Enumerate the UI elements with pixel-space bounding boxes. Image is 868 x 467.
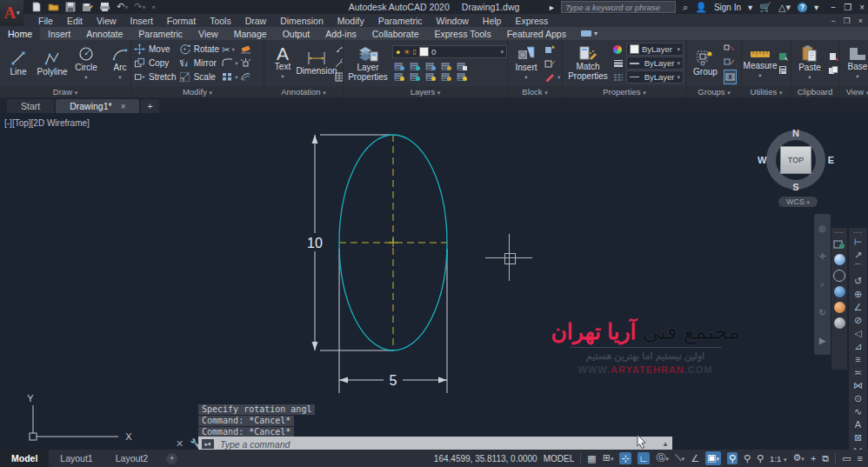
move-button[interactable]: Move (134, 43, 177, 56)
showmotion-icon[interactable]: ▶ (819, 336, 826, 345)
continue-icon[interactable]: ≍ (854, 367, 862, 378)
globe-icon[interactable] (834, 317, 845, 329)
menu-tools[interactable]: Tools (203, 16, 238, 26)
drawing-canvas[interactable]: [-][Top][2D Wireframe] 10 5 (0, 113, 868, 450)
offset-button[interactable] (240, 70, 251, 83)
table-button[interactable] (335, 70, 343, 83)
pan-icon[interactable]: ✛ (818, 251, 825, 261)
sphere-blue-icon[interactable] (834, 286, 845, 297)
arc-length-icon[interactable]: ⌒ (853, 263, 863, 274)
command-menu-icon[interactable]: ▸▾ (202, 439, 214, 449)
osnap-tracking-icon[interactable]: ∠ (691, 452, 699, 464)
search-icon[interactable]: ⌕ (683, 2, 688, 12)
ribbon-tab-insert[interactable]: Insert (40, 27, 78, 40)
snap-toggle-icon[interactable]: ⊞▾ (603, 451, 614, 465)
ortho-toggle-icon[interactable]: ∟ (638, 452, 651, 464)
line-button[interactable]: Line (3, 49, 34, 77)
match-properties-button[interactable]: Match Properties (565, 45, 611, 82)
stretch-button[interactable]: Stretch (134, 70, 177, 83)
dim-space-icon[interactable]: ⋈ (853, 380, 863, 391)
base-button[interactable]: Base ▾ (842, 45, 868, 82)
annotation-visibility-icon[interactable]: ⚲ (727, 452, 738, 464)
object-snap-icon[interactable]: ▣▾ (705, 451, 721, 465)
aligned-dim-icon[interactable]: ↗ (854, 250, 862, 261)
center-lines[interactable] (339, 135, 447, 350)
group-edit-button[interactable] (724, 56, 737, 69)
create-block-button[interactable] (544, 43, 560, 56)
shaded-view-icon[interactable] (834, 254, 845, 265)
sign-in-dropdown-icon[interactable]: ▾ (748, 2, 752, 12)
new-drawing-tab-button[interactable]: + (141, 99, 158, 113)
file-tab-drawing1[interactable]: Drawing1* × (56, 99, 139, 113)
menu-window[interactable]: Window (429, 16, 475, 26)
workspace-gear-icon[interactable]: ⚙▾ (792, 451, 804, 465)
restore-button[interactable]: ❐ (844, 3, 851, 12)
doc-restore-button[interactable]: ❐ (844, 17, 851, 25)
wcs-dropdown[interactable]: WCS ▾ (778, 197, 818, 207)
sign-in-button[interactable]: Sign In (714, 3, 741, 12)
sign-in-user-icon[interactable]: 👤 (695, 2, 707, 12)
array-button[interactable]: ▾ (222, 70, 237, 83)
search-input[interactable] (561, 1, 676, 13)
save-as-icon[interactable] (82, 2, 93, 12)
explode-button[interactable] (240, 57, 251, 70)
close-tab-icon[interactable]: × (121, 102, 126, 111)
layer-thaw-all-icon[interactable]: ▤ (408, 71, 420, 81)
menu-file[interactable]: File (31, 16, 60, 26)
plus-icon[interactable]: + (811, 452, 816, 464)
ungroup-button[interactable] (724, 42, 737, 55)
qat-more-icon[interactable]: ▾ (151, 3, 155, 11)
ribbon-tab-express-tools[interactable]: Express Tools (426, 27, 498, 40)
layer-match-icon[interactable]: ▤ (455, 61, 467, 70)
ribbon-tab-parametric[interactable]: Parametric (130, 27, 190, 40)
help-icon[interactable]: ? (798, 3, 807, 12)
menu-view[interactable]: View (90, 16, 124, 26)
edit-block-button[interactable] (544, 57, 560, 70)
isolate-objects-icon[interactable]: ⧉ (822, 452, 829, 464)
viewcube-east[interactable]: E (828, 155, 834, 165)
multileader-button[interactable]: ▾ (335, 57, 343, 70)
cut-button[interactable] (828, 50, 838, 63)
panel-label-annotation[interactable]: Annotation ▾ (264, 86, 343, 97)
angular-icon[interactable]: ◁ (854, 328, 861, 339)
viewcube[interactable]: N S W E TOP (766, 130, 825, 190)
panel-label-draw[interactable]: Draw ▾ (0, 86, 130, 97)
menu-edit[interactable]: Edit (60, 16, 90, 26)
orbit-view-icon[interactable] (833, 270, 845, 282)
app-store-cart-icon[interactable]: 🛒 (759, 2, 771, 12)
ribbon-tab-annotate[interactable]: Annotate (78, 27, 130, 40)
menu-draw[interactable]: Draw (238, 16, 274, 26)
full-navigation-wheel-icon[interactable]: ◎ (818, 223, 826, 233)
panel-label-clipboard[interactable]: Clipboard (791, 86, 838, 97)
ribbon-tab-addins[interactable]: Add-ins (317, 27, 364, 40)
tab-model[interactable]: Model (0, 450, 49, 467)
search-arrow-icon[interactable]: ▸ (550, 2, 554, 12)
layer-current-icon[interactable]: ▤ (424, 71, 436, 81)
isodraft-icon[interactable]: ⟍▾ (675, 451, 684, 465)
viewcube-north[interactable]: N (792, 128, 799, 138)
fillet-button[interactable]: ▾ (222, 57, 237, 70)
erase-button[interactable] (240, 43, 251, 56)
new-file-icon[interactable] (31, 2, 42, 12)
baseline-icon[interactable]: ≡ (855, 354, 860, 365)
autoscale-icon[interactable]: ⚲ (744, 452, 751, 464)
viewcube-south[interactable]: S (792, 182, 798, 192)
menu-express[interactable]: Express (508, 16, 555, 26)
command-expand-icon[interactable]: ▲ (662, 440, 669, 448)
menu-insert[interactable]: Insert (124, 16, 160, 26)
layer-properties-button[interactable]: Layer Properties (346, 44, 390, 83)
polyline-button[interactable]: Polyline (37, 49, 68, 77)
orbit-icon[interactable]: ↻ (818, 308, 825, 317)
menu-modify[interactable]: Modify (331, 16, 371, 26)
ribbon-tab-featured-apps[interactable]: Featured Apps (499, 27, 574, 40)
linetype-dropdown[interactable]: ByLayer ▾ (626, 70, 684, 83)
navigation-bar[interactable]: ◎ ✛ ⌕ ↻ ▶ (814, 214, 831, 355)
trim-button[interactable]: ✂▾ (222, 43, 237, 56)
arc-button[interactable]: Arc ▾ (104, 44, 130, 83)
customization-menu-icon[interactable]: ≡ (858, 452, 863, 464)
tab-layout1[interactable]: Layout1 (49, 450, 103, 467)
ribbon-display-toggle[interactable]: ▾ (581, 27, 598, 40)
group-selection-toggle[interactable] (724, 70, 737, 84)
menu-format[interactable]: Format (160, 16, 203, 26)
help-dropdown-icon[interactable]: ▾ (814, 2, 818, 12)
